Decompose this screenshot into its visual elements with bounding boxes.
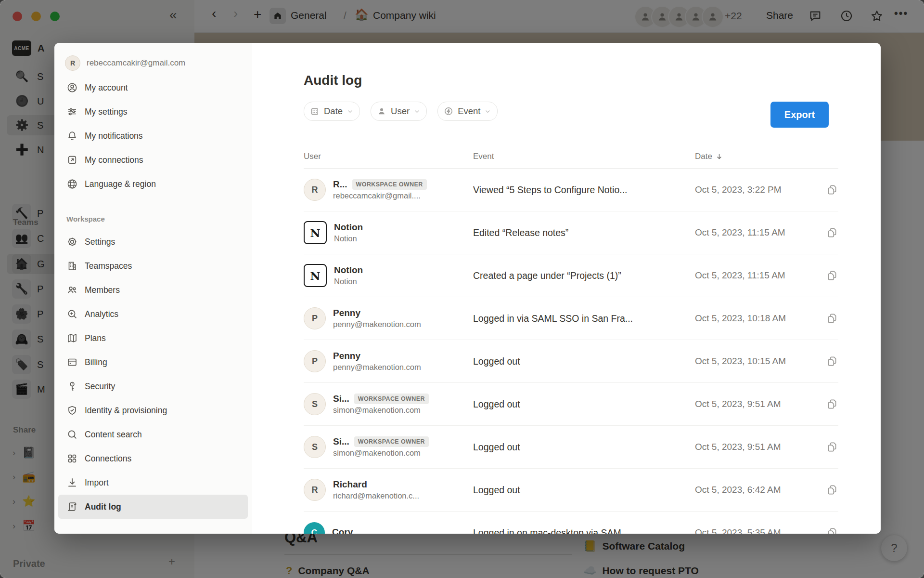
settings-nav-teamspaces[interactable]: Teamspaces bbox=[58, 254, 248, 278]
settings-nav-plans[interactable]: Plans bbox=[58, 326, 248, 350]
chevron-down-icon bbox=[414, 108, 420, 115]
account-email: rebeccamcakir@gmail.com bbox=[87, 58, 185, 68]
bell-icon bbox=[66, 130, 78, 142]
copy-icon[interactable] bbox=[826, 355, 838, 368]
user-icon bbox=[377, 106, 386, 116]
column-header-event: Event bbox=[473, 152, 695, 161]
chevron-down-icon bbox=[347, 108, 353, 115]
row-avatar: N bbox=[304, 221, 327, 244]
settings-nav-analytics[interactable]: Analytics bbox=[58, 302, 248, 326]
row-user-name: Notion bbox=[334, 222, 363, 233]
sliders-icon bbox=[66, 106, 78, 118]
settings-nav-identity-provisioning[interactable]: Identity & provisioning bbox=[58, 398, 248, 422]
page-title: Audit log bbox=[304, 73, 362, 88]
globe-icon bbox=[66, 178, 78, 190]
filter-date[interactable]: Date bbox=[304, 102, 360, 121]
row-event: Logged in on mac-desktop via SAM... bbox=[473, 527, 695, 534]
audit-log-row: R R... WORKSPACE OWNER rebeccamcakir@gma… bbox=[304, 169, 838, 211]
copy-icon[interactable] bbox=[826, 226, 838, 239]
column-header-date[interactable]: Date bbox=[695, 152, 838, 161]
settings-nav-security[interactable]: Security bbox=[58, 374, 248, 398]
row-event: Logged out bbox=[473, 356, 695, 367]
row-date: Oct 5, 2023, 6:42 AM bbox=[695, 485, 781, 495]
settings-nav-connections[interactable]: Connections bbox=[58, 447, 248, 471]
settings-nav-my-settings[interactable]: My settings bbox=[58, 100, 248, 124]
audit-log-row: N Notion Notion Created a page under “Pr… bbox=[304, 254, 838, 297]
copy-icon[interactable] bbox=[826, 441, 838, 453]
row-user-email: simon@makenotion.com bbox=[333, 406, 429, 415]
row-avatar: S bbox=[304, 393, 326, 415]
row-date: Oct 5, 2023, 10:18 AM bbox=[695, 313, 786, 324]
import-icon bbox=[66, 477, 78, 488]
account-avatar: R bbox=[65, 55, 80, 71]
filter-user[interactable]: User bbox=[371, 102, 427, 121]
row-date: Oct 5, 2023, 5:35 AM bbox=[695, 527, 781, 534]
members-icon bbox=[66, 284, 78, 296]
settings-nav-audit-log[interactable]: Audit log bbox=[58, 495, 248, 519]
settings-nav-my-notifications[interactable]: My notifications bbox=[58, 124, 248, 148]
row-user-name: Cory bbox=[332, 527, 353, 534]
settings-nav-settings[interactable]: Settings bbox=[58, 230, 248, 254]
row-user-name: R... bbox=[333, 179, 347, 190]
external-link-icon bbox=[66, 154, 78, 166]
row-date: Oct 5, 2023, 11:15 AM bbox=[695, 227, 785, 238]
audit-log-row: N Notion Notion Edited “Release notes” O… bbox=[304, 211, 838, 254]
row-user-name: Richard bbox=[333, 479, 367, 490]
audit-log-row: P Penny penny@makenotion.com Logged out … bbox=[304, 340, 838, 383]
search-icon bbox=[66, 429, 78, 440]
row-avatar: P bbox=[304, 350, 326, 372]
row-date: Oct 5, 2023, 9:51 AM bbox=[695, 442, 781, 452]
sort-descending-icon bbox=[716, 153, 723, 160]
chevron-down-icon bbox=[485, 108, 491, 115]
person-circle-icon bbox=[66, 82, 78, 93]
row-user-email: rebeccamcakir@gmail.... bbox=[333, 191, 427, 200]
workspace-section-label: Workspace bbox=[66, 210, 252, 227]
copy-icon[interactable] bbox=[826, 184, 838, 196]
building-icon bbox=[66, 260, 78, 272]
settings-nav-my-connections[interactable]: My connections bbox=[58, 148, 248, 172]
copy-icon[interactable] bbox=[826, 526, 838, 534]
workspace-owner-badge: WORKSPACE OWNER bbox=[354, 394, 429, 404]
row-user-email: Notion bbox=[334, 277, 363, 286]
shield-check-icon bbox=[66, 405, 78, 416]
settings-nav-billing[interactable]: Billing bbox=[58, 350, 248, 374]
settings-nav-members[interactable]: Members bbox=[58, 278, 248, 302]
audit-log-row: S Si... WORKSPACE OWNER simon@makenotion… bbox=[304, 383, 838, 426]
settings-dialog: R rebeccamcakir@gmail.com My account My … bbox=[54, 43, 881, 534]
row-date: Oct 5, 2023, 3:22 PM bbox=[695, 184, 782, 195]
calendar-icon bbox=[310, 106, 320, 116]
row-user-name: Penny bbox=[333, 308, 360, 318]
row-event: Viewed “5 Steps to Configure Notio... bbox=[473, 184, 695, 196]
row-avatar: N bbox=[304, 264, 327, 287]
row-date: Oct 5, 2023, 10:15 AM bbox=[695, 356, 786, 367]
row-user-email: penny@makenotion.com bbox=[333, 363, 421, 372]
row-event: Edited “Release notes” bbox=[473, 227, 695, 238]
row-event: Created a page under “Projects (1)” bbox=[473, 270, 695, 281]
copy-icon[interactable] bbox=[826, 269, 838, 282]
settings-nav-my-account[interactable]: My account bbox=[58, 76, 248, 100]
account-row: R rebeccamcakir@gmail.com bbox=[54, 51, 252, 76]
scroll-icon bbox=[66, 501, 78, 512]
settings-nav-import[interactable]: Import bbox=[58, 471, 248, 495]
filter-event[interactable]: Event bbox=[437, 102, 498, 121]
row-user-name: Si... bbox=[333, 436, 349, 447]
row-avatar: R bbox=[304, 479, 326, 501]
copy-icon[interactable] bbox=[826, 398, 838, 410]
row-avatar: S bbox=[304, 436, 326, 458]
export-button[interactable]: Export bbox=[770, 102, 829, 128]
row-user-email: Notion bbox=[334, 234, 363, 243]
table-header: User Event Date bbox=[304, 145, 838, 169]
map-icon bbox=[66, 332, 78, 344]
row-avatar: C bbox=[304, 522, 325, 534]
workspace-owner-badge: WORKSPACE OWNER bbox=[354, 436, 429, 447]
copy-icon[interactable] bbox=[826, 312, 838, 325]
gear-icon bbox=[66, 236, 78, 248]
settings-nav-content-search[interactable]: Content search bbox=[58, 422, 248, 447]
settings-nav-language-region[interactable]: Language & region bbox=[58, 172, 248, 196]
filter-bar: Date User Event bbox=[304, 102, 498, 121]
row-event: Logged in via SAML SSO in San Fra... bbox=[473, 313, 695, 324]
audit-log-row: C Cory Logged in on mac-desktop via SAM.… bbox=[304, 512, 838, 534]
copy-icon[interactable] bbox=[826, 484, 838, 496]
row-date: Oct 5, 2023, 9:51 AM bbox=[695, 399, 781, 409]
row-event: Logged out bbox=[473, 399, 695, 410]
